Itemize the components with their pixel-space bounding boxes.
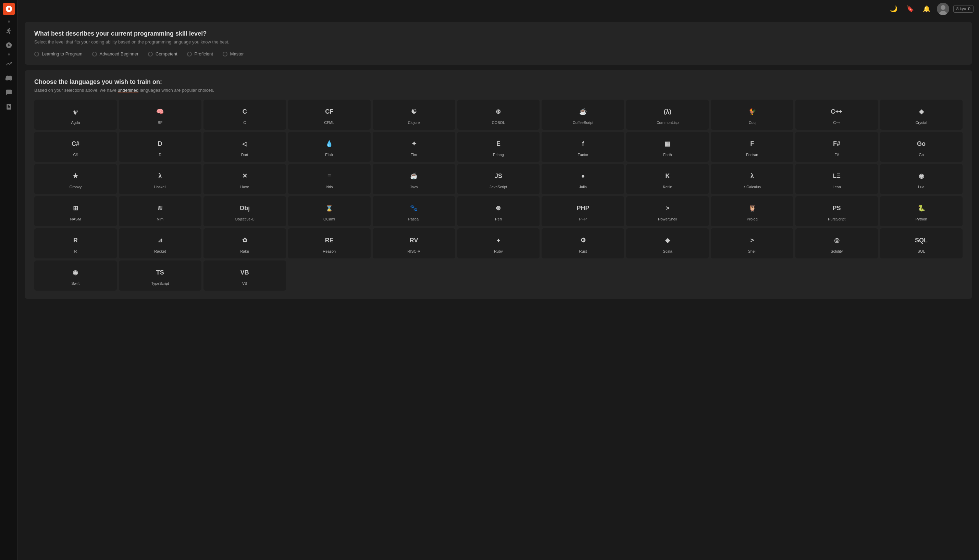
lang-cell-haxe[interactable]: ✕ Haxe [204,164,286,194]
lang-cell-typescript[interactable]: TS TypeScript [119,260,201,291]
lang-cell-reason[interactable]: RE Reason [288,228,371,258]
lang-cell-elm[interactable]: ✦ Elm [373,132,455,162]
lang-cell-ruby[interactable]: ♦ Ruby [457,228,540,258]
language-section: Choose the languages you wish to train o… [25,70,972,299]
lang-cell-swift[interactable]: ◉ Swift [34,260,117,291]
sidebar-item-leaderboard[interactable] [3,58,15,70]
lang-cell-purescript[interactable]: PS PureScript [795,196,878,226]
lang-cell-nasm[interactable]: ⊞ NASM [34,196,117,226]
lang-cell-coffeescript[interactable]: ☕ CoffeeScript [541,100,624,130]
dark-mode-toggle[interactable]: 🌙 [887,3,900,15]
lang-name-clojure: Clojure [408,120,420,125]
lang-cell-racket[interactable]: ⊿ Racket [119,228,201,258]
radio-master [223,52,227,57]
skill-level-competent[interactable]: Competent [148,51,177,57]
lang-cell-c--[interactable]: C++ C++ [795,100,878,130]
lang-cell-objective-c[interactable]: Obj Objective-C [204,196,286,226]
lang-cell-groovy[interactable]: ★ Groovy [34,164,117,194]
lang-icon-elm: ✦ [408,138,420,150]
lang-icon-cobol: ⊛ [492,105,505,118]
lang-icon-solidity: ◎ [831,234,843,247]
lang-icon-pascal: 🐾 [408,202,420,214]
app-logo[interactable] [3,3,15,15]
lang-cell-crystal[interactable]: ◆ Crystal [880,100,962,130]
lang-cell-go[interactable]: Go Go [880,132,962,162]
lang-cell-r[interactable]: R R [34,228,117,258]
lang-cell-php[interactable]: PHP PHP [541,196,624,226]
lang-cell-elixir[interactable]: 💧 Elixir [288,132,371,162]
skill-level-learning[interactable]: Learning to Program [34,51,83,57]
lang-icon-purescript: PS [831,202,843,214]
lang-name-c: C [243,120,246,125]
notification-icon[interactable]: 🔔 [921,3,933,15]
avatar[interactable] [937,3,949,15]
lang-cell-haskell[interactable]: λ Haskell [119,164,201,194]
lang-cell-coq[interactable]: 🐓 Coq [711,100,794,130]
lang-name-python: Python [915,217,927,222]
lang-cell-powershell[interactable]: > PowerShell [626,196,709,226]
lang-cell-nim[interactable]: ≋ Nim [119,196,201,226]
lang-cell-idris[interactable]: ≡ Idris [288,164,371,194]
bookmark-icon[interactable]: 🔖 [904,3,916,15]
lang-cell-scala[interactable]: ◆ Scala [626,228,709,258]
lang-cell-cobol[interactable]: ⊛ COBOL [457,100,540,130]
lang-cell-dart[interactable]: ◁ Dart [204,132,286,162]
lang-name-f#: F# [834,153,839,157]
lang-cell-raku[interactable]: ✿ Raku [204,228,286,258]
lang-icon-clojure: ☯ [408,105,420,118]
subtitle-prefix: Based on your selections above, we have [34,88,118,93]
lang-cell-sql[interactable]: SQL SQL [880,228,962,258]
lang-cell-cfml[interactable]: CF CFML [288,100,371,130]
sidebar-item-kata[interactable] [3,39,15,51]
lang-cell-erlang[interactable]: Ε Erlang [457,132,540,162]
lang-icon-typescript: TS [154,266,166,278]
lang-cell-c-[interactable]: C# C# [34,132,117,162]
lang-cell-prolog[interactable]: 🦉 Prolog [711,196,794,226]
lang-cell-lean[interactable]: LΞ Lean [795,164,878,194]
lang-icon-perl: ⊛ [492,202,505,214]
lang-cell-solidity[interactable]: ◎ Solidity [795,228,878,258]
skill-level-master[interactable]: Master [223,51,244,57]
sidebar-item-discord[interactable] [3,72,15,84]
lang-cell-commonlisp[interactable]: (λ) CommonLisp [626,100,709,130]
lang-cell-pascal[interactable]: 🐾 Pascal [373,196,455,226]
lang-cell-perl[interactable]: ⊛ Perl [457,196,540,226]
lang-cell-agda[interactable]: 𝝍 Agda [34,100,117,130]
lang-cell-vb[interactable]: VB VB [204,260,286,291]
lang-cell-lua[interactable]: ◉ Lua [880,164,962,194]
skill-level-proficient[interactable]: Proficient [187,51,213,57]
lang-cell-kotlin[interactable]: K Kotlin [626,164,709,194]
lang-name-ocaml: OCaml [323,217,335,222]
lang-name-fortran: Fortran [746,153,758,157]
lang-icon-bf: 🧠 [154,105,166,118]
lang-icon-sql: SQL [915,234,927,247]
lang-icon-lean: LΞ [831,170,843,182]
lang-cell-fortran[interactable]: F Fortran [711,132,794,162]
lang-icon-julia: ● [577,170,589,182]
lang-cell-c[interactable]: C C [204,100,286,130]
lang-name-agda: Agda [71,120,80,125]
lang-cell-forth[interactable]: ▦ Forth [626,132,709,162]
sidebar-item-discuss[interactable] [3,86,15,98]
lang-cell-javascript[interactable]: JS JavaScript [457,164,540,194]
sidebar-item-docs[interactable] [3,101,15,113]
lang-cell-clojure[interactable]: ☯ Clojure [373,100,455,130]
lang-cell-f-[interactable]: F# F# [795,132,878,162]
sidebar-item-train[interactable] [3,25,15,37]
lang-cell-d[interactable]: D D [119,132,201,162]
lang-name-objective-c: Objective-C [235,217,254,222]
lang-cell-java[interactable]: ☕ Java [373,164,455,194]
lang-cell-shell[interactable]: > Shell [711,228,794,258]
lang-cell---calculus[interactable]: λ λ Calculus [711,164,794,194]
lang-cell-risc-v[interactable]: RV RISC-V [373,228,455,258]
lang-name-crystal: Crystal [915,120,927,125]
lang-cell-rust[interactable]: ⚙ Rust [541,228,624,258]
skill-level-beginner[interactable]: Advanced Beginner [92,51,139,57]
lang-cell-julia[interactable]: ● Julia [541,164,624,194]
lang-cell-bf[interactable]: 🧠 BF [119,100,201,130]
lang-cell-factor[interactable]: f Factor [541,132,624,162]
lang-cell-ocaml[interactable]: ⌛ OCaml [288,196,371,226]
lang-cell-python[interactable]: 🐍 Python [880,196,962,226]
lang-name-bf: BF [157,120,162,125]
lang-icon-crystal: ◆ [915,105,927,118]
